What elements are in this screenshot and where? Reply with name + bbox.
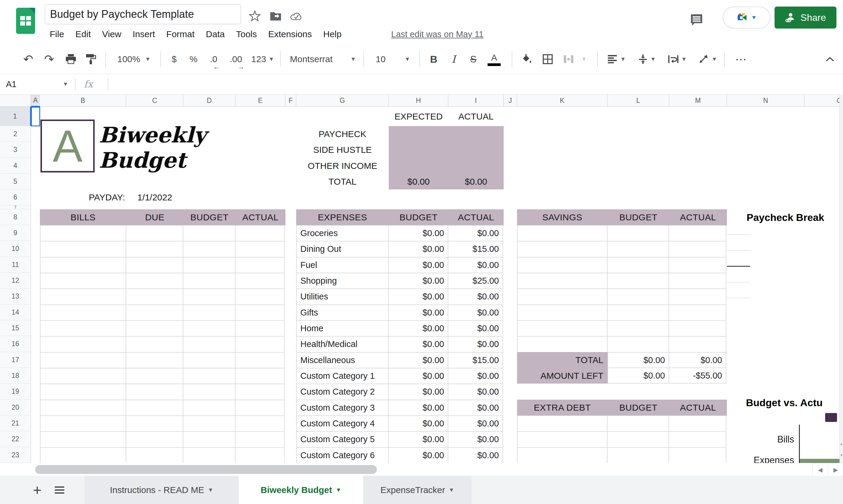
expense-actual-cell[interactable]: $15.00 [448, 241, 503, 257]
empty-cell[interactable] [183, 321, 236, 337]
row-header-13[interactable]: 13 [0, 288, 31, 305]
row-header-11[interactable]: 11 [0, 257, 31, 273]
empty-cell[interactable] [236, 384, 285, 400]
empty-cell[interactable] [669, 226, 726, 241]
move-folder-icon[interactable] [267, 8, 284, 24]
empty-cell[interactable] [669, 273, 726, 289]
decrease-decimal-icon[interactable]: .0← [204, 44, 223, 74]
italic-icon[interactable]: I [444, 44, 463, 74]
empty-cell[interactable] [518, 241, 607, 257]
expense-name-cell[interactable]: Health/Medical [297, 337, 389, 352]
income-label-side-hustle[interactable]: SIDE HUSTLE [296, 142, 389, 158]
empty-cell[interactable] [183, 305, 236, 321]
empty-cell[interactable] [126, 448, 183, 464]
document-title-input[interactable]: Budget by Paycheck Template [45, 4, 241, 24]
row-header-18[interactable]: 18 [0, 368, 31, 383]
row-header-8[interactable]: 8 [0, 209, 31, 225]
expense-actual-cell[interactable]: $25.00 [448, 273, 503, 289]
empty-cell[interactable] [607, 273, 669, 289]
row-header-9[interactable]: 9 [0, 225, 31, 241]
empty-cell[interactable] [126, 241, 183, 257]
empty-cell[interactable] [40, 257, 126, 273]
empty-cell[interactable] [126, 273, 183, 289]
empty-cell[interactable] [126, 257, 183, 273]
empty-cell[interactable] [236, 241, 285, 257]
zoom-select[interactable]: 100%▼ [111, 44, 156, 74]
empty-cell[interactable] [40, 321, 126, 337]
undo-icon[interactable]: ↶ [18, 44, 39, 74]
empty-cell[interactable] [40, 289, 126, 305]
row-header-6[interactable]: 6 [0, 190, 31, 205]
increase-decimal-icon[interactable]: .00→ [225, 44, 247, 74]
all-sheets-icon[interactable] [49, 476, 70, 504]
row-header-20[interactable]: 20 [0, 400, 31, 415]
empty-cell[interactable] [236, 257, 285, 273]
empty-cell[interactable] [236, 448, 285, 464]
format-currency-icon[interactable]: $ [165, 44, 183, 74]
expense-name-cell[interactable]: Custom Category 4 [297, 416, 389, 432]
vertical-scrollbar[interactable]: ▲ ▼ [839, 94, 843, 463]
expense-name-cell[interactable]: Custom Category 6 [297, 448, 389, 464]
expense-name-cell[interactable]: Custom Category 3 [297, 400, 389, 416]
empty-cell[interactable] [40, 400, 126, 416]
empty-cell[interactable] [236, 321, 285, 337]
savings-table-header[interactable]: SAVINGS BUDGET ACTUAL [517, 209, 727, 225]
column-header-A[interactable]: A [31, 94, 40, 107]
menu-data[interactable]: Data [200, 29, 230, 39]
empty-cell[interactable] [669, 241, 726, 257]
empty-cell[interactable] [518, 305, 607, 321]
income-label-other-income[interactable]: OTHER INCOME [296, 158, 389, 174]
menu-insert[interactable]: Insert [127, 29, 161, 39]
empty-cell[interactable] [607, 241, 669, 257]
empty-cell[interactable] [607, 432, 669, 448]
empty-cell[interactable] [607, 416, 669, 432]
empty-cell[interactable] [183, 400, 236, 416]
empty-cell[interactable] [607, 337, 669, 352]
empty-cell[interactable] [607, 305, 669, 321]
empty-cell[interactable] [236, 416, 285, 432]
empty-cell[interactable] [236, 289, 285, 305]
expense-budget-cell[interactable]: $0.00 [389, 448, 448, 464]
empty-cell[interactable] [40, 416, 126, 432]
expense-budget-cell[interactable]: $0.00 [389, 432, 448, 448]
empty-cell[interactable] [183, 353, 236, 368]
empty-cell[interactable] [518, 289, 607, 305]
column-header-I[interactable]: I [448, 94, 504, 107]
font-select[interactable]: Montserrat▼ [286, 44, 360, 74]
strikethrough-icon[interactable]: S [464, 44, 483, 74]
savings-amount-left-actual-cell[interactable]: -$55.00 [669, 368, 726, 383]
scroll-left-button[interactable]: ◀ [812, 463, 828, 476]
redo-icon[interactable]: ↷ [39, 44, 59, 74]
empty-cell[interactable] [236, 353, 285, 368]
expense-actual-cell[interactable]: $0.00 [448, 257, 503, 273]
empty-cell[interactable] [669, 289, 726, 305]
empty-cell[interactable] [126, 321, 183, 337]
savings-amount-left-label-cell[interactable]: AMOUNT LEFT [517, 368, 607, 383]
empty-cell[interactable] [126, 305, 183, 321]
star-icon[interactable] [246, 8, 263, 24]
column-header-M[interactable]: M [669, 94, 727, 107]
last-edit-link[interactable]: Last edit was on May 11 [391, 25, 484, 43]
expense-budget-cell[interactable]: $0.00 [389, 305, 448, 321]
menu-edit[interactable]: Edit [70, 29, 97, 39]
column-header-D[interactable]: D [183, 94, 236, 107]
empty-cell[interactable] [126, 416, 183, 432]
sheet-title[interactable]: Biweekly Budget [99, 132, 289, 163]
more-toolbar-icon[interactable]: ⋯ [729, 44, 753, 74]
empty-cell[interactable] [183, 448, 236, 464]
expense-budget-cell[interactable]: $0.00 [389, 337, 448, 352]
menu-file[interactable]: File [44, 29, 70, 39]
row-header-12[interactable]: 12 [0, 273, 31, 288]
expense-actual-cell[interactable]: $0.00 [448, 321, 503, 337]
empty-cell[interactable] [669, 305, 726, 321]
expense-name-cell[interactable]: Groceries [297, 226, 389, 241]
fill-color-icon[interactable] [517, 44, 537, 74]
sheets-logo-icon[interactable] [16, 8, 35, 34]
vscroll-down-arrow[interactable]: ▼ [840, 453, 843, 457]
expense-name-cell[interactable]: Custom Category 2 [297, 384, 389, 400]
expense-actual-cell[interactable]: $0.00 [448, 368, 503, 384]
income-chart[interactable]: $1.00 $0.50 $0.00 -$0.50 -$1.00 EXPECTED… [506, 113, 756, 208]
empty-cell[interactable] [236, 305, 285, 321]
empty-cell[interactable] [183, 416, 236, 432]
empty-cell[interactable] [518, 226, 607, 241]
